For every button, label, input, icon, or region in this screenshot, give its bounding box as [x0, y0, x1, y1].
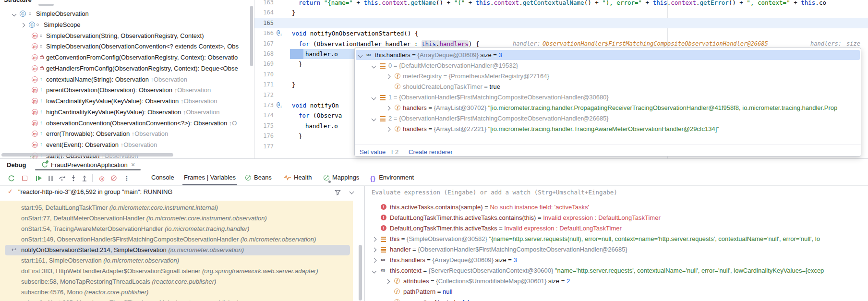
filter-funnel-icon[interactable] — [335, 189, 341, 195]
stop-icon[interactable] — [20, 174, 29, 182]
step-out-icon[interactable] — [80, 174, 89, 182]
frame-text: onStart:77, DefaultMeterObservationHandl… — [21, 215, 267, 222]
chevron-right-icon[interactable] — [386, 127, 391, 132]
chevron-down-icon[interactable] — [12, 12, 17, 17]
rerun-icon[interactable] — [7, 174, 15, 182]
watch-row[interactable]: !this.activeTasks.contains(sample) = No … — [365, 202, 868, 213]
watch-row[interactable]: ∞this.handlers = {ArrayDeque@30609} size… — [365, 255, 868, 265]
pause-icon[interactable] — [46, 174, 55, 182]
variable-row[interactable]: 2 = {ObservationHandler$FirstMatchingCom… — [355, 113, 861, 123]
create-renderer-link[interactable]: Create renderer — [409, 148, 453, 156]
structure-item[interactable]: mSimpleObservation(ObservationConvention… — [0, 41, 254, 52]
frame-row[interactable]: onStart:54, TracingAwareMeterObservation… — [0, 224, 353, 234]
variable-row[interactable]: ∞this.handlers = {ArrayDeque@30609} size… — [355, 50, 861, 60]
variable-row[interactable]: 0 = {DefaultMeterObservationHandler@1953… — [355, 60, 861, 71]
chevron-down-icon[interactable] — [372, 64, 376, 69]
structure-item[interactable]: m↑error(Throwable): Observation ↑Observa… — [0, 129, 254, 139]
text-segment: for — [299, 40, 313, 48]
watch-text: DefaultLongTaskTimer.this.activeTasks.co… — [390, 214, 661, 221]
chevron-down-icon[interactable] — [350, 190, 354, 194]
structure-item[interactable]: m↑highCardinalityKeyValue(KeyValue): Obs… — [0, 107, 254, 118]
watch-row[interactable]: this = {SimpleObservation@30582} "{name=… — [365, 234, 868, 244]
annotation-gutter-icon[interactable]: @↓ — [277, 101, 282, 108]
watch-row[interactable]: fpathPattern = null — [365, 287, 868, 297]
chevron-right-icon[interactable] — [372, 248, 377, 253]
structure-item[interactable]: CSimpleScope — [0, 20, 254, 30]
structure-item[interactable]: m↑observationConvention(ObservationConve… — [0, 118, 254, 129]
watch-row[interactable]: fattributes = {Collections$UnmodifiableM… — [365, 276, 868, 287]
chevron-right-icon[interactable] — [372, 237, 377, 242]
watch-row[interactable]: !DefaultLongTaskTimer.this.activeTasks =… — [365, 223, 868, 234]
view-breakpoints-icon[interactable]: ◎ — [97, 174, 106, 182]
lock-icon — [40, 56, 44, 59]
chevron-right-icon[interactable] — [21, 23, 25, 28]
text-segment: handler — [390, 246, 410, 253]
text-segment: + — [642, 0, 653, 6]
tab-console[interactable]: Console — [151, 174, 174, 181]
code-line[interactable]: 166@↓void notifyOnObservationStarted() { — [254, 28, 868, 38]
watch-row[interactable]: !DefaultLongTaskTimer.this.activeTasks.c… — [365, 213, 868, 223]
step-into-icon[interactable] — [69, 174, 78, 182]
watch-row[interactable]: ∞this.context = {ServerRequestObservatio… — [365, 265, 868, 276]
structure-item[interactable]: mgetHandlersFromConfig(ObservationRegist… — [0, 63, 254, 74]
structure-item[interactable]: CSimpleObservation — [0, 9, 254, 19]
tab-health[interactable]: Health — [284, 174, 312, 182]
frame-row[interactable]: start:95, DefaultLongTaskTimer (io.micro… — [0, 203, 353, 213]
chevron-right-icon[interactable] — [386, 106, 391, 111]
chevron-down-icon[interactable] — [372, 269, 377, 274]
frame-row[interactable]: doFirst:383, HttpWebHandlerAdapter$Obser… — [0, 266, 353, 277]
resume-icon[interactable] — [35, 174, 43, 182]
vertical-scrollbar[interactable] — [250, 6, 253, 66]
chevron-right-icon[interactable] — [386, 74, 391, 79]
frame-row[interactable]: subscribe:4576, Mono (reactor.core.publi… — [0, 287, 353, 298]
structure-item[interactable]: mgetConventionFromConfig(ObservationRegi… — [0, 52, 254, 63]
code-line[interactable]: 164} — [254, 8, 868, 18]
horizontal-scrollbar[interactable] — [1, 153, 173, 157]
watch-text: this.context = {ServerRequestObservation… — [390, 267, 824, 274]
structure-item[interactable]: m↑lowCardinalityKeyValue(KeyValue): Obse… — [0, 96, 254, 107]
more-icon[interactable]: ⋮ — [122, 174, 131, 182]
inline-hint-value: size — [846, 40, 860, 47]
evaluate-expression-field[interactable]: Evaluate expression (Eingabe) or add a w… — [365, 186, 868, 199]
tab-mappings[interactable]: Mappings — [324, 174, 359, 182]
frame-row[interactable]: onStart:77, DefaultMeterObservationHandl… — [0, 213, 353, 224]
structure-item[interactable]: mSimpleObservation(String, ObservationRe… — [0, 31, 254, 41]
vertical-scrollbar[interactable] — [359, 245, 362, 301]
close-icon[interactable]: × — [131, 161, 135, 169]
frame-row[interactable]: ↩notifyOnObservationStarted:214, SimpleO… — [0, 245, 353, 255]
override-icon: ↑ — [40, 76, 43, 82]
variable-row[interactable]: fmeterRegistry = {PrometheusMeterRegistr… — [355, 71, 861, 81]
structure-item[interactable]: m↑event(Event): Observation ↑Observation — [0, 140, 254, 150]
tab-beans[interactable]: Beans — [245, 174, 272, 182]
set-value-link[interactable]: Set value — [360, 148, 386, 156]
frame-row[interactable]: onStart:149, ObservationHandler$FirstMat… — [0, 234, 353, 245]
variable-row[interactable]: fshouldCreateLongTaskTimer = true — [355, 82, 861, 92]
structure-panel-title: Structure — [4, 0, 32, 3]
structure-item[interactable]: m↑parentObservation(Observation): Observ… — [0, 85, 254, 96]
structure-item[interactable]: m↑contextualName(String): Observation ↑O… — [0, 74, 254, 85]
tab-environment[interactable]: {}Environment — [370, 174, 414, 182]
variable-row[interactable]: fhandlers = {ArrayList@27221} "[io.micro… — [355, 124, 861, 134]
line-number: 167 — [254, 40, 274, 47]
variable-row[interactable]: fhandlers = {ArrayList@30702} "[io.micro… — [355, 103, 861, 113]
mute-breakpoints-icon[interactable] — [109, 174, 118, 182]
step-over-icon[interactable] — [58, 174, 67, 182]
thread-selector-row[interactable]: ✓ "reactor-http-nio-3"@16,592 in group "… — [0, 186, 364, 199]
tab-frames-variables[interactable]: Frames | Variables — [184, 174, 236, 181]
watch-row[interactable]: fconnectionAborted = false — [365, 297, 868, 301]
chevron-down-icon[interactable] — [372, 117, 376, 121]
text-segment: this — [422, 40, 436, 48]
chevron-right-icon[interactable] — [386, 279, 390, 284]
chevron-right-icon[interactable] — [372, 258, 377, 263]
watch-row[interactable]: handler = {ObservationHandler$FirstMatch… — [365, 244, 868, 255]
panel-drag-handle[interactable] — [38, 4, 54, 6]
frame-row[interactable]: start:161, SimpleObservation (io.microme… — [0, 255, 353, 266]
annotation-gutter-icon[interactable]: @↓ — [277, 29, 282, 36]
code-line[interactable]: 165 — [254, 18, 868, 28]
variable-row[interactable]: 1 = {ObservationHandler$FirstMatchingCom… — [355, 92, 861, 102]
frame-row[interactable]: subscribeNext:265, MonoIgnoreThen$ThenIg… — [0, 298, 353, 301]
chevron-down-icon[interactable] — [372, 96, 376, 100]
text-segment: this — [476, 0, 490, 6]
frame-row[interactable]: subscribe:58, MonoTapRestoringThreadLoca… — [0, 277, 353, 287]
code-line[interactable]: 163return "{name=" + this.context.getNam… — [254, 0, 868, 8]
